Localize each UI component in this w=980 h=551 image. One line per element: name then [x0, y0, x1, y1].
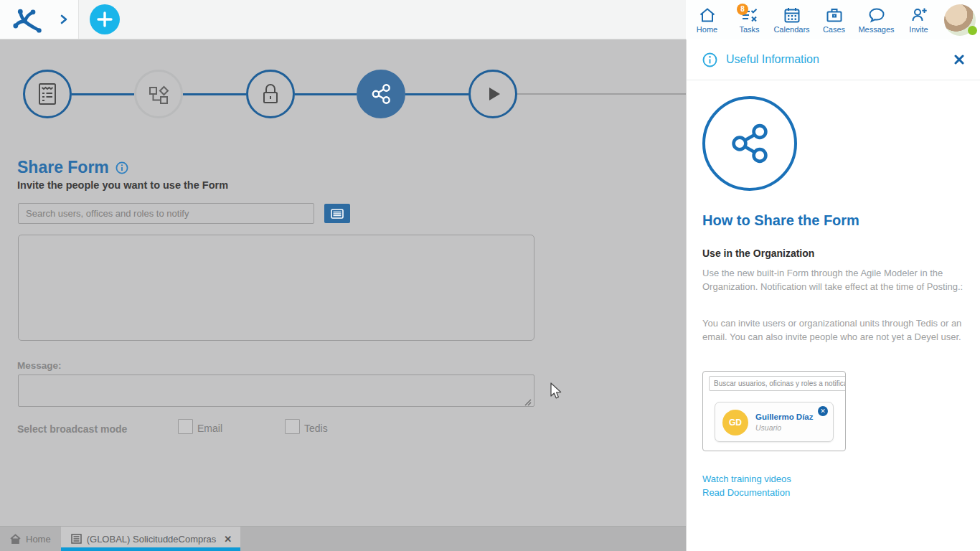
tasks-badge: 8	[737, 4, 748, 15]
step-permissions[interactable]	[246, 70, 295, 118]
nav-calendars-label: Calendars	[773, 25, 809, 34]
tab-solicitud-de-compras[interactable]: (GLOBAL) SolicituddeCompras ✕	[61, 527, 241, 551]
page-subtitle: Invite the people you want to use the Fo…	[17, 179, 228, 191]
watch-training-videos-link[interactable]: Watch training videos	[702, 474, 791, 484]
info-circle-icon	[702, 52, 717, 67]
step-connector	[183, 93, 246, 95]
plus-icon	[96, 11, 113, 28]
step-connector	[72, 93, 134, 95]
nav-calendars[interactable]: Calendars	[771, 2, 813, 38]
info-icon[interactable]	[116, 161, 128, 174]
message-label: Message:	[17, 360, 62, 371]
tedis-checkbox[interactable]	[285, 419, 300, 434]
help-title: How to Share the Form	[702, 212, 859, 229]
example-user-role: Usuario	[755, 423, 781, 432]
nav-tasks[interactable]: 8 Tasks	[728, 2, 771, 38]
step-form-definition[interactable]	[23, 70, 72, 118]
process-model-icon	[146, 81, 171, 107]
share-icon-large	[724, 118, 776, 169]
nav-invite[interactable]: Invite	[897, 2, 940, 38]
step-connector-trailing	[517, 93, 686, 95]
help-section-heading: Use in the Organization	[702, 248, 814, 259]
logo-box	[0, 0, 79, 39]
email-checkbox-label: Email	[197, 423, 222, 434]
example-screenshot: Buscar usuarios, oficinas y roles a noti…	[702, 371, 846, 451]
recipients-area[interactable]	[18, 235, 534, 341]
play-icon	[481, 82, 505, 106]
page-title: Share Form	[17, 158, 128, 177]
nav-messages-label: Messages	[858, 25, 894, 34]
nav-tasks-label: Tasks	[739, 25, 759, 34]
example-user-chip: GD Guillermo Díaz Usuario ✕	[715, 402, 834, 442]
share-form-wizard: Share Form Invite the people you want to…	[0, 39, 686, 526]
collapse-chevron-icon[interactable]	[60, 14, 68, 24]
bottom-tab-bar: Home (GLOBAL) SolicituddeCompras ✕	[0, 526, 686, 551]
calendar-icon	[783, 6, 801, 24]
tab-home-label: Home	[26, 534, 51, 545]
active-tab-underline	[61, 547, 241, 551]
panel-header: Useful Information	[687, 39, 980, 80]
online-status-dot	[968, 26, 977, 35]
invite-user-icon	[910, 6, 928, 24]
step-process-model[interactable]	[134, 70, 183, 118]
tab-home[interactable]: Home	[0, 527, 61, 551]
example-remove-icon: ✕	[818, 406, 828, 416]
tedis-checkbox-label: Tedis	[304, 423, 328, 434]
nav-home[interactable]: Home	[686, 2, 728, 38]
step-share[interactable]	[357, 70, 405, 118]
nav-messages[interactable]: Messages	[855, 2, 897, 38]
form-tab-icon	[71, 534, 82, 544]
example-search-input: Buscar usuarios, oficinas y roles a noti…	[709, 376, 846, 391]
user-avatar[interactable]	[944, 4, 976, 36]
create-new-button[interactable]	[90, 4, 120, 34]
example-user-name: Guillermo Díaz	[755, 413, 814, 421]
step-connector	[295, 93, 357, 95]
useful-information-panel: Useful Information How to Share the Form…	[686, 39, 980, 551]
search-users-input[interactable]	[18, 203, 314, 224]
list-icon	[331, 209, 344, 219]
broadcast-mode-label: Select broadcast mode	[17, 423, 127, 435]
top-navigation: Home 8 Tasks Calendars Cases	[686, 0, 980, 39]
message-bubble-icon	[867, 6, 886, 24]
deyel-logo-icon[interactable]	[11, 6, 42, 33]
tab-label: (GLOBAL) SolicituddeCompras	[87, 534, 217, 545]
home-tab-icon	[10, 534, 21, 544]
open-list-button[interactable]	[324, 204, 350, 223]
read-documentation-link[interactable]: Read Documentation	[702, 487, 790, 498]
lock-icon	[258, 81, 283, 107]
message-textarea[interactable]	[18, 375, 534, 407]
nav-cases[interactable]: Cases	[813, 2, 855, 38]
nav-home-label: Home	[697, 25, 717, 34]
nav-cases-label: Cases	[823, 25, 845, 34]
app-screen: Home 8 Tasks Calendars Cases	[0, 0, 980, 551]
help-paragraph: Use the new built-in Form through the Ag…	[702, 266, 966, 293]
share-hero-badge	[702, 96, 797, 191]
mouse-cursor	[549, 382, 563, 400]
top-bar: Home 8 Tasks Calendars Cases	[0, 0, 980, 39]
home-icon	[698, 6, 717, 24]
tab-close-icon[interactable]: ✕	[224, 534, 232, 545]
email-checkbox[interactable]	[178, 419, 193, 434]
step-connector	[405, 93, 468, 95]
step-publish[interactable]	[468, 70, 517, 118]
help-paragraph: You can invite users or organizational u…	[702, 316, 966, 344]
briefcase-icon	[825, 6, 844, 24]
resize-grip-icon[interactable]	[524, 398, 532, 406]
panel-title: Useful Information	[726, 53, 819, 66]
share-icon	[367, 80, 395, 108]
nav-invite-label: Invite	[909, 25, 928, 34]
form-icon	[35, 80, 60, 108]
example-user-avatar: GD	[722, 410, 748, 435]
close-panel-button[interactable]	[954, 55, 964, 65]
